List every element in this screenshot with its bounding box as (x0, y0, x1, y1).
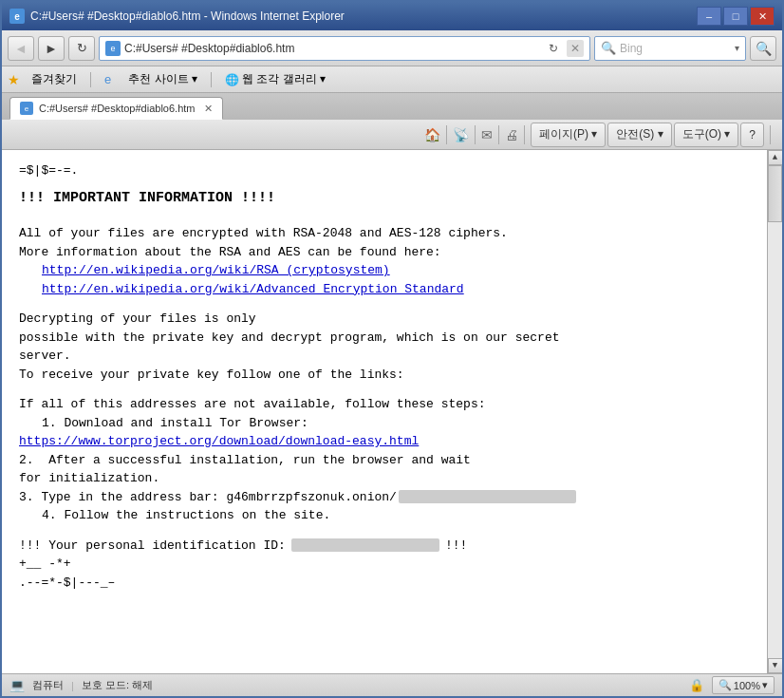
pid-suffix: !!! (445, 537, 467, 556)
lock-icon: 🔒 (689, 678, 704, 692)
step3-blur (399, 490, 576, 503)
zoom-label: 100% (734, 680, 760, 691)
para-1: All of your files are encrypted with RSA… (19, 224, 750, 298)
para2-line1: Decrypting of your files is only (19, 310, 750, 329)
links-block: http://en.wikipedia.org/wiki/RSA_(crypto… (42, 261, 750, 298)
status-bar: 💻 컴퓨터 | 보호 모드: 해제 🔒 🔍 100% ▾ (2, 673, 782, 696)
ie-icon-bookmark[interactable]: e (99, 70, 117, 88)
tab-close-button[interactable]: ✕ (204, 103, 213, 115)
para-3: If all of this addresses are not availab… (19, 395, 750, 525)
status-separator: | (71, 680, 74, 691)
step-2: 2. After a successful installation, run … (19, 451, 750, 488)
search-placeholder: Bing (620, 42, 643, 55)
tools-button[interactable]: 도구(O) ▾ (674, 123, 739, 147)
computer-icon: 💻 (9, 678, 25, 692)
zoom-button[interactable]: 🔍 100% ▾ (712, 676, 775, 694)
maximize-button[interactable]: □ (723, 7, 748, 26)
scrollbar-track[interactable] (768, 165, 782, 658)
favorites-button[interactable]: 즐겨찾기 (26, 69, 83, 89)
scroll-down-button[interactable]: ▼ (768, 658, 783, 673)
toolbar-sep-5 (770, 125, 771, 144)
scroll-up-button[interactable]: ▲ (768, 150, 783, 165)
address-refresh-icon[interactable]: ↻ (544, 39, 563, 58)
title-bar: e C:#Users# #Desktop#diablo6.htm - Windo… (2, 2, 782, 30)
tab-label: C:#Users# #Desktop#diablo6.htm (39, 103, 195, 114)
step-4: 4. Follow the instructions on the site. (42, 506, 750, 525)
favorites-label: 즐겨찾기 (31, 71, 77, 87)
address-bar[interactable]: e C:#Users# #Desktop#diablo6.htm ↻ ✕ (99, 36, 590, 61)
step-1-label: 1. Download and install Tor Browser: (42, 414, 750, 433)
pid-label: !!! Your personal identification ID: (19, 537, 286, 556)
para3-text: If all of this addresses are not availab… (19, 395, 750, 414)
toolbar-sep-1 (446, 125, 447, 144)
tor-link[interactable]: https://www.torproject.org/download/down… (19, 434, 419, 448)
step3-pre: 3. Type in the address bar: g46mbrrzpfsz… (19, 488, 397, 507)
print-icon[interactable]: 🖨 (505, 127, 518, 142)
pid-section: !!! Your personal identification ID: !!!… (19, 537, 750, 593)
pid-blur (291, 538, 439, 552)
para1-line1: All of your files are encrypted with RSA… (19, 224, 750, 243)
search-dropdown-icon[interactable]: ▾ (735, 43, 739, 53)
recommended-sites-button[interactable]: 추천 사이트 ▾ (122, 69, 203, 89)
toolbar-sep-4 (524, 125, 525, 144)
web-gallery-button[interactable]: 🌐 웹 조각 갤러리 ▾ (219, 69, 331, 89)
app-icon: e (9, 9, 25, 24)
aes-link[interactable]: http://en.wikipedia.org/wiki/Advanced_En… (42, 282, 464, 296)
decoration-bottom-2: .--=*-$|---_– (19, 574, 750, 593)
para1-line2: More information about the RSA and AES c… (19, 243, 750, 262)
pid-line: !!! Your personal identification ID: !!! (19, 537, 750, 556)
gallery-icon: 🌐 (225, 73, 239, 86)
help-button[interactable]: ? (740, 123, 764, 147)
toolbar-sep-2 (475, 125, 476, 144)
scrollbar: ▲ ▼ (767, 150, 782, 673)
favorites-star-icon: ★ (8, 72, 20, 87)
page-label: 페이지(P) ▾ (539, 126, 597, 142)
tools-label: 도구(O) ▾ (682, 126, 731, 142)
bookmarks-separator (90, 72, 91, 87)
tab-bar: e C:#Users# #Desktop#diablo6.htm ✕ (2, 93, 782, 120)
mail-icon[interactable]: ✉ (481, 127, 493, 142)
para2-line4: To receive your private key follow one o… (19, 366, 750, 385)
decoration-bottom-1: +__ -*+ (19, 555, 750, 574)
gallery-label: 웹 조각 갤러리 ▾ (242, 71, 326, 87)
decoration-top: =$|$=-=. (19, 161, 750, 180)
bookmarks-bar: ★ 즐겨찾기 e 추천 사이트 ▾ 🌐 웹 조각 갤러리 ▾ (2, 66, 782, 93)
safety-label: 안전(S) ▾ (616, 126, 663, 142)
address-stop-icon[interactable]: ✕ (567, 40, 584, 57)
search-bar[interactable]: 🔍 Bing ▾ (594, 36, 746, 61)
page-button[interactable]: 페이지(P) ▾ (531, 123, 606, 147)
rss-icon[interactable]: 📡 (453, 127, 469, 142)
refresh-button[interactable]: ↻ (68, 36, 95, 61)
minimize-button[interactable]: – (697, 7, 721, 26)
protection-label: 보호 모드: 해제 (82, 678, 153, 692)
safety-button[interactable]: 안전(S) ▾ (607, 123, 671, 147)
toolbar-sep-3 (498, 125, 499, 144)
close-button[interactable]: ✕ (750, 7, 775, 26)
tab-icon: e (20, 102, 33, 115)
help-label: ? (749, 128, 756, 141)
ie-icon: e (104, 72, 111, 86)
address-icon: e (105, 41, 121, 56)
bookmarks-separator-2 (211, 72, 212, 87)
computer-label: 컴퓨터 (32, 678, 64, 692)
recommended-label: 추천 사이트 ▾ (128, 71, 197, 87)
scrollbar-thumb[interactable] (768, 165, 782, 222)
para-2: Decrypting of your files is only possibl… (19, 310, 750, 384)
step-3-line: 3. Type in the address bar: g46mbrrzpfsz… (19, 488, 750, 507)
content-wrapper: =$|$=-=. !!! IMPORTANT INFORMATION !!!! … (2, 150, 782, 673)
window-title: C:#Users# #Desktop#diablo6.htm - Windows… (30, 9, 345, 23)
content-area: =$|$=-=. !!! IMPORTANT INFORMATION !!!! … (2, 150, 767, 673)
toolbar: 🏠 📡 ✉ 🖨 페이지(P) ▾ 안전(S) ▾ 도구(O) ▾ ? (2, 120, 782, 150)
para2-line2: possible with the private key and decryp… (19, 329, 750, 348)
search-button[interactable]: 🔍 (750, 36, 776, 61)
zoom-dropdown-icon: ▾ (762, 679, 768, 691)
nav-bar: ◄ ► ↻ e C:#Users# #Desktop#diablo6.htm ↻… (2, 30, 782, 66)
zoom-icon: 🔍 (719, 679, 732, 691)
para2-line3: server. (19, 347, 750, 366)
rsa-link[interactable]: http://en.wikipedia.org/wiki/RSA_(crypto… (42, 263, 390, 277)
home-icon[interactable]: 🏠 (424, 127, 440, 142)
back-button[interactable]: ◄ (8, 36, 34, 61)
forward-button[interactable]: ► (38, 36, 65, 61)
active-tab[interactable]: e C:#Users# #Desktop#diablo6.htm ✕ (9, 97, 223, 120)
main-heading: !!! IMPORTANT INFORMATION !!!! (19, 188, 750, 210)
